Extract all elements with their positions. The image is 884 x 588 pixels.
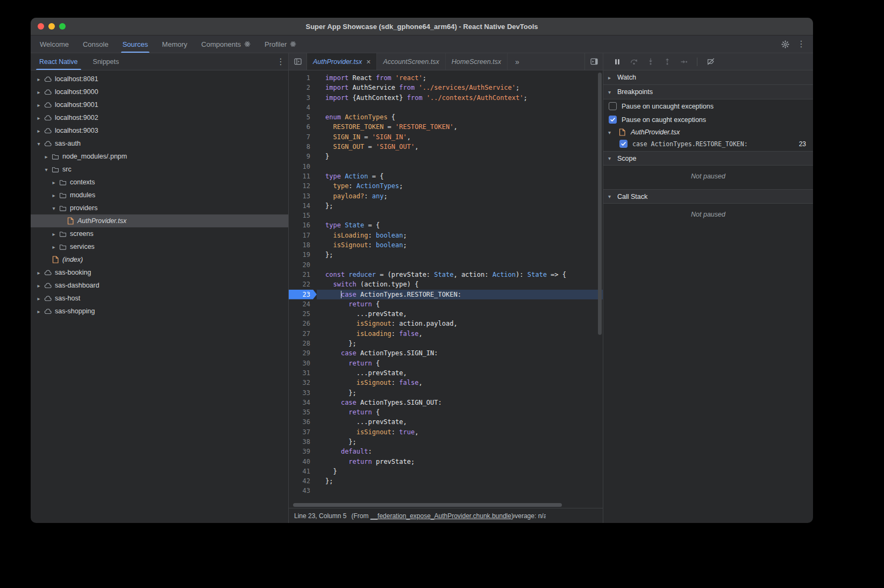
step-over-icon[interactable] xyxy=(625,55,642,69)
code-line-content[interactable]: }; xyxy=(317,388,603,398)
disclosure-triangle[interactable]: ▾ xyxy=(50,205,58,211)
gutter-line-number[interactable]: 27 xyxy=(289,329,317,339)
gutter-line-number[interactable]: 28 xyxy=(289,339,317,348)
gutter-line-number[interactable]: 42 xyxy=(289,476,317,486)
code-line-content[interactable]: ...prevState, xyxy=(317,368,603,378)
code-line-content[interactable]: case ActionTypes.RESTORE_TOKEN: xyxy=(317,290,603,299)
tab-memory[interactable]: Memory xyxy=(155,35,194,53)
disclosure-triangle[interactable]: ▸ xyxy=(35,76,42,82)
disclosure-triangle[interactable]: ▸ xyxy=(35,309,42,314)
tree-item-contexts[interactable]: ▸contexts xyxy=(31,176,288,189)
code-line-content[interactable]: isSignout: action.payload, xyxy=(317,319,603,328)
disclosure-triangle[interactable]: ▸ xyxy=(50,180,58,185)
code-line-content[interactable]: }; xyxy=(317,339,603,348)
pause-on-caught-row[interactable]: Pause on caught exceptions xyxy=(603,113,813,126)
gutter-line-number[interactable]: 12 xyxy=(289,181,317,191)
gutter-line-number[interactable]: 6 xyxy=(289,122,317,132)
tree-item-src[interactable]: ▾src xyxy=(31,163,288,176)
breakpoint-file-group[interactable]: AuthProvider.tsx xyxy=(603,126,813,138)
gutter-line-number[interactable]: 40 xyxy=(289,457,317,467)
gutter-line-number[interactable]: 1 xyxy=(289,73,317,83)
section-breakpoints[interactable]: Breakpoints xyxy=(603,85,813,99)
gutter-line-number[interactable]: 21 xyxy=(289,270,317,279)
vertical-scrollbar[interactable] xyxy=(598,73,602,335)
tree-item-modules[interactable]: ▸modules xyxy=(31,189,288,202)
gutter-line-number[interactable]: 20 xyxy=(289,260,317,270)
gutter-line-number[interactable]: 38 xyxy=(289,437,317,447)
disclosure-triangle[interactable]: ▾ xyxy=(42,167,50,173)
section-watch[interactable]: Watch xyxy=(603,70,813,85)
code-line-content[interactable]: }; xyxy=(317,437,603,447)
breakpoint-checkbox[interactable] xyxy=(619,140,628,148)
gutter-line-number[interactable]: 14 xyxy=(289,201,317,211)
gutter-line-number[interactable]: 10 xyxy=(289,162,317,171)
code-line-content[interactable]: RESTORE_TOKEN = 'RESTORE_TOKEN', xyxy=(317,122,603,132)
gutter-line-number[interactable]: 41 xyxy=(289,467,317,476)
code-line-content[interactable] xyxy=(317,162,603,171)
tab-sources[interactable]: Sources xyxy=(116,35,155,53)
code-line-content[interactable]: } xyxy=(317,467,603,476)
gutter-line-number[interactable]: 15 xyxy=(289,211,317,220)
disclosure-triangle[interactable]: ▸ xyxy=(50,231,58,237)
gutter-line-number[interactable]: 30 xyxy=(289,358,317,368)
tab-profiler[interactable]: Profiler xyxy=(258,35,303,53)
gutter-line-number[interactable]: 4 xyxy=(289,103,317,112)
code-line-content[interactable]: return prevState; xyxy=(317,457,603,467)
code-line-content[interactable]: case ActionTypes.SIGN_IN: xyxy=(317,348,603,358)
code-line-content[interactable]: SIGN_IN = 'SIGN_IN', xyxy=(317,132,603,142)
settings-gear-icon[interactable] xyxy=(778,37,793,51)
code-line-content[interactable] xyxy=(317,211,603,220)
tree-item-localhost-9003[interactable]: ▸localhost:9003 xyxy=(31,124,288,137)
tree-item-node-modules-pnpm[interactable]: ▸node_modules/.pnpm xyxy=(31,150,288,163)
tree-item-authprovider-tsx[interactable]: AuthProvider.tsx xyxy=(31,214,288,227)
gutter-line-number[interactable]: 16 xyxy=(289,220,317,230)
gutter-line-number[interactable]: 19 xyxy=(289,250,317,260)
code-line-content[interactable]: case ActionTypes.SIGN_OUT: xyxy=(317,398,603,407)
navigator-kebab-icon[interactable] xyxy=(273,55,288,69)
code-line-content[interactable]: const reducer = (prevState: State, actio… xyxy=(317,270,603,279)
tab-snippets[interactable]: Snippets xyxy=(85,53,127,70)
disclosure-triangle[interactable]: ▸ xyxy=(35,115,42,121)
code-line-content[interactable]: }; xyxy=(317,250,603,260)
code-line-content[interactable]: return { xyxy=(317,407,603,417)
tab-console[interactable]: Console xyxy=(76,35,116,53)
disclosure-triangle[interactable]: ▸ xyxy=(50,192,58,198)
code-editor[interactable]: 1import React from 'react';2import AuthS… xyxy=(289,70,603,508)
tree-item-screens[interactable]: ▸screens xyxy=(31,227,288,240)
code-line-content[interactable]: isSignout: boolean; xyxy=(317,240,603,250)
disclosure-triangle[interactable]: ▸ xyxy=(35,283,42,289)
bundle-link[interactable]: __federation_expose_AuthProvider.chunk.b… xyxy=(370,512,511,520)
tree-item-sas-auth[interactable]: ▾sas-auth xyxy=(31,137,288,150)
gutter-line-number[interactable]: 33 xyxy=(289,388,317,398)
gutter-line-number[interactable]: 2 xyxy=(289,83,317,92)
code-line-content[interactable]: ...prevState, xyxy=(317,417,603,427)
gutter-line-number[interactable]: 43 xyxy=(289,486,317,496)
tree-item-services[interactable]: ▸services xyxy=(31,240,288,253)
gutter-line-number[interactable]: 13 xyxy=(289,191,317,201)
gutter-line-number[interactable]: 5 xyxy=(289,112,317,122)
gutter-line-number[interactable]: 35 xyxy=(289,407,317,417)
code-line-content[interactable]: ...prevState, xyxy=(317,309,603,319)
gutter-line-number[interactable]: 24 xyxy=(289,299,317,309)
deactivate-breakpoints-icon[interactable] xyxy=(702,55,719,69)
gutter-line-number[interactable]: 7 xyxy=(289,132,317,142)
step-icon[interactable] xyxy=(675,55,692,69)
window-titlebar[interactable]: Super App Showcase (sdk_gphone64_arm64) … xyxy=(31,18,813,35)
more-tabs-chevron[interactable]: » xyxy=(508,53,527,70)
code-line-content[interactable]: isSignout: true, xyxy=(317,427,603,437)
tree-item-localhost-9002[interactable]: ▸localhost:9002 xyxy=(31,111,288,124)
toggle-navigator-icon[interactable] xyxy=(289,53,307,70)
code-line-content[interactable]: } xyxy=(317,152,603,161)
tree-item-index[interactable]: (index) xyxy=(31,253,288,266)
tree-item-sas-shopping[interactable]: ▸sas-shopping xyxy=(31,305,288,318)
code-line-content[interactable]: isSignout: false, xyxy=(317,378,603,388)
breakpoint-marker-line-number[interactable]: 23 xyxy=(289,290,317,299)
editor-tab-accountscreen-tsx[interactable]: AccountScreen.tsx xyxy=(377,53,445,70)
code-line-content[interactable]: default: xyxy=(317,447,603,456)
code-line-content[interactable]: import AuthService from '../services/Aut… xyxy=(317,83,603,92)
code-line-content[interactable] xyxy=(317,486,603,496)
gutter-line-number[interactable]: 31 xyxy=(289,368,317,378)
disclosure-triangle[interactable]: ▸ xyxy=(50,244,58,250)
tab-react-native[interactable]: React Native xyxy=(32,53,85,70)
code-line-content[interactable] xyxy=(317,260,603,270)
